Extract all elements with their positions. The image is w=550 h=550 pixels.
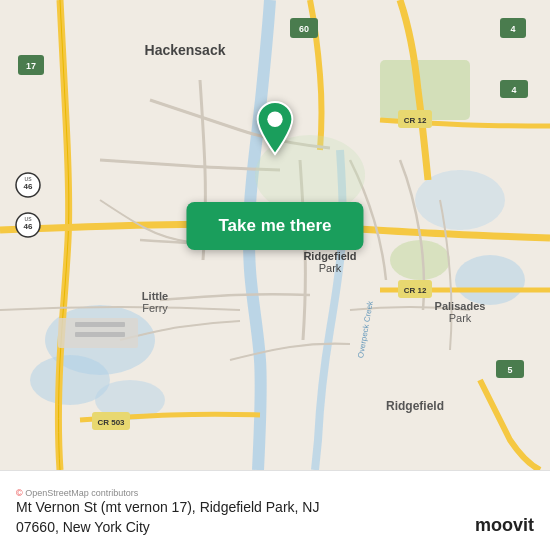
svg-text:Palisades: Palisades <box>435 300 486 312</box>
svg-text:CR 12: CR 12 <box>404 286 427 295</box>
svg-text:Ridgefield: Ridgefield <box>303 250 356 262</box>
moovit-logo: moovit <box>475 515 534 536</box>
svg-text:46: 46 <box>24 182 33 191</box>
svg-text:46: 46 <box>24 222 33 231</box>
location-pin <box>251 100 299 160</box>
svg-text:CR 12: CR 12 <box>404 116 427 125</box>
svg-rect-40 <box>75 322 125 327</box>
svg-text:Little: Little <box>142 290 168 302</box>
svg-text:Ridgefield: Ridgefield <box>386 399 444 413</box>
address-line2: 07660, New York City <box>16 519 150 535</box>
svg-text:5: 5 <box>507 365 512 375</box>
svg-point-5 <box>455 255 525 305</box>
svg-text:Ferry: Ferry <box>142 302 168 314</box>
svg-text:CR 503: CR 503 <box>97 418 125 427</box>
bottom-bar: © OpenStreetMap contributors Mt Vernon S… <box>0 470 550 550</box>
address-line1: Mt Vernon St (mt vernon 17), Ridgefield … <box>16 499 319 515</box>
svg-text:Hackensack: Hackensack <box>145 42 226 58</box>
svg-text:US: US <box>25 176 33 182</box>
svg-text:US: US <box>25 216 33 222</box>
address-text: Mt Vernon St (mt vernon 17), Ridgefield … <box>16 498 534 537</box>
svg-text:4: 4 <box>511 85 516 95</box>
svg-text:4: 4 <box>510 24 515 34</box>
svg-point-7 <box>390 240 450 280</box>
svg-text:Park: Park <box>449 312 472 324</box>
take-me-there-button[interactable]: Take me there <box>186 202 363 250</box>
map-container: 17 46 US 46 US 4 60 CR 12 CR 12 CR 503 5 <box>0 0 550 470</box>
copyright-text: © OpenStreetMap contributors <box>16 488 534 498</box>
svg-text:60: 60 <box>299 24 309 34</box>
svg-rect-41 <box>75 332 125 337</box>
svg-point-43 <box>267 111 282 126</box>
svg-text:Park: Park <box>319 262 342 274</box>
svg-text:17: 17 <box>26 61 36 71</box>
